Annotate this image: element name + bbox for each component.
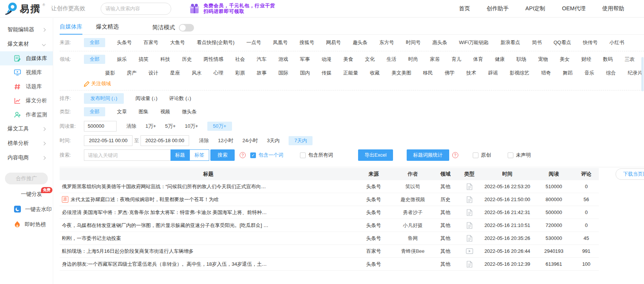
domain-option[interactable]: 国际 xyxy=(278,68,288,78)
domain-option[interactable]: 心理 xyxy=(213,68,223,78)
export-excel-button[interactable]: 导出Excel xyxy=(358,149,393,161)
help-icon[interactable]: ? xyxy=(452,152,458,158)
domain-option[interactable]: 宠物 xyxy=(538,55,548,64)
domain-option[interactable]: 动漫 xyxy=(322,55,331,64)
row-title-link[interactable]: 身边的朋友:一个西藏军区四级士官退伍老兵（非转业）。高中生，18岁入伍，34岁退… xyxy=(62,261,267,268)
original-checkbox[interactable] xyxy=(473,152,478,158)
domain-option[interactable]: 影视综艺 xyxy=(510,68,529,78)
sidebar-item-author-monitor[interactable]: 作者监测 xyxy=(0,108,53,122)
domain-option[interactable]: 娱乐 xyxy=(117,55,127,64)
contain-one-checkbox-row[interactable]: 包含一个词 xyxy=(250,152,283,159)
row-title-link[interactable]: 必须澄清 美国海军中将：罗杰·克鲁蒂尔 加拿大将军：特雷弗·卡迪尔 美国海军上将… xyxy=(62,209,267,216)
domain-option[interactable]: 军事 xyxy=(300,55,310,64)
domain-option[interactable]: 社会 xyxy=(235,55,245,64)
domain-option[interactable]: 数码 xyxy=(603,55,613,64)
domain-option[interactable]: 辟谣 xyxy=(488,68,498,78)
row-title-link[interactable]: 航拍现场：上海5月16日起分阶段复商复市街道行人车辆增多 xyxy=(62,248,194,255)
source-option[interactable]: 大鱼号 xyxy=(170,38,185,47)
domain-option[interactable]: 传媒 xyxy=(322,68,331,78)
sidebar-group-smart-editor[interactable]: 智能编辑器 xyxy=(0,22,53,37)
time-from-input[interactable] xyxy=(84,135,133,146)
domain-option[interactable]: 时尚 xyxy=(408,55,418,64)
nav-link[interactable]: 首页 xyxy=(459,5,470,12)
row-title-link[interactable]: 末代太监孙耀庭口述：夜晚伺候婉容时，鞋里都要放一个苍耳！为啥 xyxy=(71,196,219,203)
table-row[interactable]: 原 刚刚，一市委书记主动投案 头条号 鲁网 其他 xyxy=(60,232,599,245)
reads-option[interactable]: 50万+ xyxy=(207,122,232,131)
logo[interactable]: 易撰 ® xyxy=(4,2,45,16)
source-option[interactable]: 趣头条 xyxy=(353,38,368,47)
nav-link[interactable]: 创作助手 xyxy=(487,5,509,12)
domain-option[interactable]: 设计 xyxy=(148,68,158,78)
reads-min-input[interactable] xyxy=(84,121,117,132)
domain-option[interactable]: 房产 xyxy=(127,68,137,78)
row-title-link[interactable]: 刚刚，一市委书记主动投案 xyxy=(62,235,121,242)
domain-option[interactable]: 纪录片 xyxy=(628,68,642,78)
promo-banner[interactable]: 免费会员，千元礼包，行业干货 扫码进群即可领取 xyxy=(189,3,275,14)
domain-option[interactable]: 美食 xyxy=(343,55,353,64)
original-checkbox-row[interactable]: 原创 xyxy=(473,152,491,159)
source-option[interactable]: 一点号 xyxy=(246,38,261,47)
type-option[interactable]: 微头条 xyxy=(182,107,197,116)
keyword-input[interactable] xyxy=(84,149,170,161)
row-title-link[interactable]: 俄罗斯黑客组织向英美德等十国政府网站宣战：“问候我们所有的敌人们今天我们正式宣布… xyxy=(62,183,266,190)
table-row[interactable]: 原 末代太监孙耀庭口述：夜晚伺候婉容时，鞋里都要放一个苍耳！为啥 头条号 趣史微… xyxy=(60,193,599,206)
coop-promotion-pill[interactable]: 合作推广 xyxy=(5,173,48,184)
header-search-input[interactable] xyxy=(106,6,172,11)
source-option[interactable]: 全部 xyxy=(84,38,105,47)
source-option[interactable]: 网易号 xyxy=(326,38,341,47)
domain-option[interactable]: 收藏 xyxy=(370,68,380,78)
tab-hot-picks[interactable]: 爆文精选 xyxy=(96,21,119,35)
source-option[interactable]: 新浪看点 xyxy=(500,38,520,47)
table-row[interactable]: 原 身边的朋友:一个西藏军区四级士官退伍老兵（非转业）。高中生，18岁入伍，34… xyxy=(60,258,599,271)
follow-domains-link[interactable]: 关注领域 xyxy=(84,80,644,87)
reads-option[interactable]: 5万+ xyxy=(165,122,176,131)
source-option[interactable]: 东方号 xyxy=(379,38,394,47)
sidebar-tool-watermark-remove[interactable]: 一键去水印 xyxy=(0,202,53,217)
search-by-title-button[interactable]: 标题 xyxy=(170,149,189,161)
source-option[interactable]: 百家号 xyxy=(144,38,158,47)
sidebar-group-ecommerce[interactable]: 内容电商 xyxy=(0,151,53,165)
domain-option[interactable]: 历史 xyxy=(182,55,192,64)
reads-option[interactable]: 10万+ xyxy=(185,122,198,131)
domain-option[interactable]: 体育 xyxy=(473,55,483,64)
sidebar-tool-hotlist[interactable]: 即时热榜 xyxy=(0,217,53,232)
source-option[interactable]: 惠头条 xyxy=(432,38,447,47)
nav-link[interactable]: 使用帮助 xyxy=(602,5,624,12)
source-option[interactable]: 凤凰号 xyxy=(273,38,288,47)
domain-option[interactable]: 彩票 xyxy=(235,68,245,78)
contain-all-checkbox-row[interactable]: 包含所有词 xyxy=(300,152,333,159)
domain-option[interactable]: 财经 xyxy=(581,55,591,64)
source-option[interactable]: 简书 xyxy=(532,38,542,47)
domain-option[interactable]: 佛学 xyxy=(445,68,455,78)
source-option[interactable]: 时间号 xyxy=(406,38,421,47)
sidebar-item-topic-library[interactable]: 话题库 xyxy=(0,79,53,94)
sidebar-group-material[interactable]: 爆文素材 xyxy=(0,37,53,51)
title-word-frequency-button[interactable]: 标题词频统计 xyxy=(407,149,449,161)
vertical-scrollbar-thumb[interactable] xyxy=(641,57,644,91)
time-to-input[interactable] xyxy=(140,135,189,146)
time-clear-link[interactable]: 清除 xyxy=(199,137,209,144)
reads-clear-link[interactable]: 清除 xyxy=(126,123,136,130)
source-option[interactable]: 看点快报(企鹅号) xyxy=(197,38,235,47)
domain-option[interactable]: 汽车 xyxy=(257,55,267,64)
source-option[interactable]: 小红书 xyxy=(609,38,624,47)
table-row[interactable]: 原 今夜，乌媒都在转发亚速钢厂内的一张图，图片显示躲藏的亚速分子在享受阳光。[吃… xyxy=(60,219,599,232)
time-option[interactable]: 24小时 xyxy=(242,136,257,145)
sidebar-item-video-library[interactable]: 视频库 xyxy=(0,65,53,79)
domain-option[interactable]: 家居 xyxy=(430,55,440,64)
search-by-tag-button[interactable]: 标签 xyxy=(189,149,209,161)
domain-option[interactable]: 游戏 xyxy=(278,55,288,64)
domain-option[interactable]: 技术 xyxy=(466,68,476,78)
domain-option[interactable]: 美文美图 xyxy=(391,68,411,78)
source-option[interactable]: QQ看点 xyxy=(554,38,571,47)
domain-option[interactable]: 全部 xyxy=(84,55,105,64)
reads-option[interactable]: 1万+ xyxy=(145,122,156,131)
table-row[interactable]: 原 必须澄清 美国海军中将：罗杰·克鲁蒂尔 加拿大将军：特雷弗·卡迪尔 美国海军… xyxy=(60,206,599,219)
time-option[interactable]: 7天内 xyxy=(289,136,313,145)
domain-option[interactable]: 风水 xyxy=(192,68,202,78)
time-option[interactable]: 3天内 xyxy=(267,136,279,145)
domain-option[interactable]: 育儿 xyxy=(451,55,461,64)
domain-option[interactable]: 生活 xyxy=(387,55,396,64)
sort-option[interactable]: 阅读量 (↓) xyxy=(136,94,158,103)
sidebar-tool-distribute[interactable]: 一键分发 免费 xyxy=(0,187,53,202)
